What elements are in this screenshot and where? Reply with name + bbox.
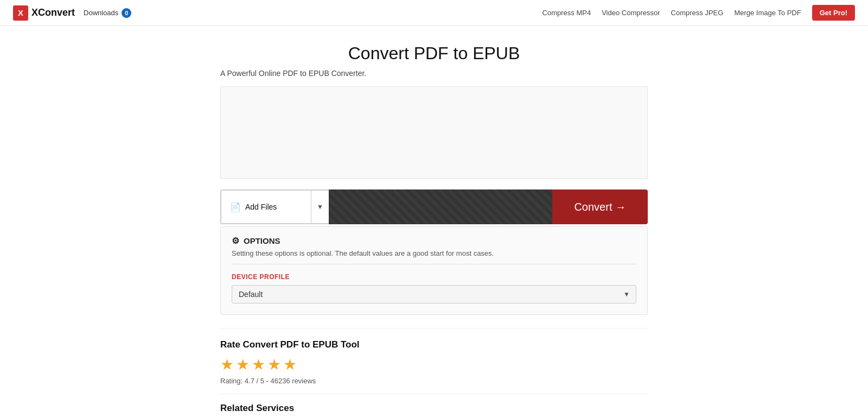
nav-merge-image-to-pdf[interactable]: Merge Image To PDF <box>734 9 801 17</box>
nav-compress-jpeg[interactable]: Compress JPEG <box>671 9 724 17</box>
rating-value: 4.7 <box>245 377 254 385</box>
add-files-label: Add Files <box>245 203 277 211</box>
device-profile-select[interactable]: Default <box>232 285 636 304</box>
get-pro-button[interactable]: Get Pro! <box>812 5 855 21</box>
star-4: ★ <box>267 356 281 374</box>
add-files-button[interactable]: 📄 Add Files <box>221 191 311 223</box>
star-rating[interactable]: ★ ★ ★ ★ ★ <box>220 356 648 374</box>
gear-icon: ⚙ <box>232 236 239 246</box>
logo-text: XConvert <box>31 7 75 18</box>
add-files-dropdown-button[interactable]: ▼ <box>311 191 329 223</box>
convert-label: Convert → <box>574 201 626 213</box>
related-title: Related Services <box>220 403 648 414</box>
star-1: ★ <box>220 356 234 374</box>
logo[interactable]: X XConvert <box>13 5 75 21</box>
rating-section: Rate Convert PDF to EPUB Tool ★ ★ ★ ★ ★ … <box>220 328 648 394</box>
page-subtitle: A Powerful Online PDF to EPUB Converter. <box>220 69 648 78</box>
downloads-label: Downloads <box>84 9 118 17</box>
star-2: ★ <box>236 356 250 374</box>
nav-compress-mp4[interactable]: Compress MP4 <box>542 9 591 17</box>
options-section: ⚙ OPTIONS Setting these options is optio… <box>220 226 648 315</box>
options-title: OPTIONS <box>244 236 280 245</box>
star-3: ★ <box>252 356 265 374</box>
ad-area <box>220 86 648 179</box>
add-files-section: 📄 Add Files ▼ <box>220 189 329 224</box>
star-5-half: ★ <box>283 356 297 374</box>
rating-max: 5 <box>260 377 264 385</box>
nav-video-compressor[interactable]: Video Compressor <box>602 9 660 17</box>
rating-title: Rate Convert PDF to EPUB Tool <box>220 339 648 350</box>
downloads-link[interactable]: Downloads 0 <box>84 8 131 18</box>
device-profile-wrapper: Default ▼ <box>232 285 636 304</box>
logo-icon: X <box>13 5 28 21</box>
rating-text: Rating: 4.7 / 5 - 46236 reviews <box>220 377 648 385</box>
review-count: 46236 <box>271 377 290 385</box>
header-nav: Compress MP4 Video Compressor Compress J… <box>542 5 855 21</box>
convert-button[interactable]: Convert → <box>552 189 648 224</box>
options-description: Setting these options is optional. The d… <box>232 249 636 264</box>
downloads-badge: 0 <box>122 8 131 18</box>
file-icon: 📄 <box>230 202 241 212</box>
device-profile-label: DEVICE PROFILE <box>232 273 636 281</box>
related-section: Related Services 1. Convert PDF to MOBI <box>220 394 648 417</box>
converter-bar: 📄 Add Files ▼ Convert → <box>220 189 648 224</box>
options-header: ⚙ OPTIONS <box>232 236 636 246</box>
page-title: Convert PDF to EPUB <box>220 43 648 64</box>
drop-zone[interactable] <box>329 189 552 224</box>
